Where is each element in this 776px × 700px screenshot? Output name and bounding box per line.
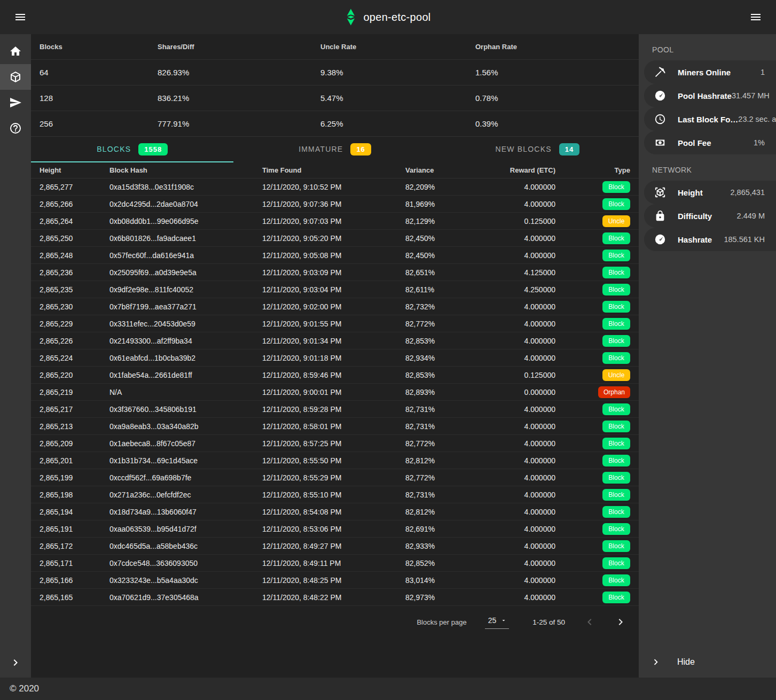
hide-drawer-button[interactable]: Hide <box>639 647 776 678</box>
type-badge: Block <box>602 352 630 364</box>
tab-immature[interactable]: IMMATURE 16 <box>233 137 436 162</box>
table-row[interactable]: 2,865,220 0x1fabe54a...2661de81ff 12/11/… <box>31 367 639 384</box>
type-badge: Block <box>602 403 630 415</box>
col-header-time: Time Found <box>262 166 405 174</box>
type-badge: Uncle <box>602 369 630 381</box>
gauge-icon <box>654 90 666 102</box>
type-badge: Block <box>602 181 630 193</box>
tab-count-badge: 14 <box>559 143 579 155</box>
stats-col-header: Shares/Diff <box>158 43 320 51</box>
table-row[interactable]: 2,865,229 0x3311efec...20453d0e59 12/11/… <box>31 315 639 332</box>
table-row[interactable]: 2,865,166 0x3233243e...b5a4aa30dc 12/11/… <box>31 572 639 589</box>
stat-value: 31.457 MH <box>732 91 770 100</box>
stat-label: Pool Fee <box>678 138 711 147</box>
table-row[interactable]: 2,865,226 0x21493300...af2ff9ba34 12/11/… <box>31 332 639 349</box>
blocks-table: Height Block Hash Time Found Variance Re… <box>31 162 639 606</box>
stats-col-header: Uncle Rate <box>320 43 475 51</box>
type-badge: Block <box>602 335 630 347</box>
nav-payments[interactable] <box>0 90 31 115</box>
table-row[interactable]: 2,865,171 0x7cdce548...3636093050 12/11/… <box>31 555 639 572</box>
table-row[interactable]: 2,865,277 0xa15d3f38...0e31f1908c 12/11/… <box>31 178 639 196</box>
type-badge: Block <box>602 592 630 603</box>
tab-label: IMMATURE <box>299 145 343 153</box>
type-badge: Block <box>602 489 630 501</box>
table-row[interactable]: 2,865,194 0x18d734a9...13b6060f47 12/11/… <box>31 503 639 520</box>
stat-pool-hashrate: Pool Hashrate 31.457 MH <box>644 84 776 107</box>
hamburger-menu-icon <box>14 11 27 24</box>
table-row[interactable]: 2,865,264 0xb08dd0b1...99e066d95e 12/11/… <box>31 213 639 230</box>
table-row[interactable]: 2,865,191 0xaa063539...b95d41d72f 12/11/… <box>31 520 639 538</box>
table-row[interactable]: 2,865,172 0xdc465d5a...a58beb436c 12/11/… <box>31 538 639 555</box>
stats-row: 128 836.21% 5.47% 0.78% <box>31 85 639 111</box>
nav-home[interactable] <box>0 38 31 64</box>
stat-value: 185.561 KH <box>724 235 765 244</box>
page-range: 1-25 of 50 <box>532 618 565 626</box>
menu-right-button[interactable] <box>745 6 766 28</box>
per-page-select[interactable]: 25 <box>485 615 510 629</box>
menu-left-button[interactable] <box>10 6 31 28</box>
type-badge: Block <box>602 506 630 518</box>
stat-label: Height <box>678 188 703 197</box>
per-page-label: Blocks per page <box>417 618 466 626</box>
tab-blocks[interactable]: BLOCKS 1558 <box>31 137 233 162</box>
page-title: open-etc-pool <box>363 11 430 24</box>
tab-new-blocks[interactable]: NEW BLOCKS 14 <box>436 137 639 162</box>
stat-value: 2.449 M <box>737 212 765 220</box>
gauge-icon <box>654 234 666 245</box>
table-row[interactable]: 2,865,266 0x2dc4295d...2dae0a8704 12/11/… <box>31 196 639 213</box>
table-row[interactable]: 2,865,165 0xa70621d9...37e305468a 12/11/… <box>31 589 639 606</box>
send-icon <box>9 96 22 109</box>
network-section-title: NETWORK <box>639 154 776 181</box>
nav-help[interactable] <box>0 115 31 141</box>
top-app-bar: open-etc-pool <box>0 0 776 34</box>
stat-last-block-found: Last Block Fo… 23.2 sec. ago <box>644 107 776 131</box>
table-row[interactable]: 2,865,230 0x7b8f7199...aea377a271 12/11/… <box>31 298 639 315</box>
stat-label: Difficulty <box>678 212 712 221</box>
col-header-hash: Block Hash <box>109 166 262 174</box>
clock-icon <box>654 113 666 125</box>
table-row[interactable]: 2,865,199 0xccdf562f...69a698b7fe 12/11/… <box>31 469 639 486</box>
table-row[interactable]: 2,865,224 0x61eabfcd...1b0cba39b2 12/11/… <box>31 349 639 367</box>
next-page-button[interactable] <box>614 616 627 628</box>
blocks-tabs: BLOCKS 1558 IMMATURE 16 NEW BLOCKS 14 <box>31 137 639 162</box>
pickaxe-icon <box>654 66 666 78</box>
cash-icon <box>654 137 666 149</box>
table-row[interactable]: 2,865,217 0x3f367660...345806b191 12/11/… <box>31 401 639 418</box>
prev-page-button[interactable] <box>583 616 596 628</box>
table-row[interactable]: 2,865,219 N/A 12/11/2020, 9:00:01 PM 82,… <box>31 384 639 401</box>
chevron-right-icon <box>9 656 22 669</box>
stat-network-difficulty: Difficulty 2.449 M <box>644 204 776 228</box>
chevron-left-icon <box>583 616 596 628</box>
rail-expand-button[interactable] <box>0 650 31 675</box>
stat-label: Miners Online <box>678 68 731 77</box>
type-badge: Block <box>602 267 630 278</box>
stat-label: Last Block Fo… <box>678 115 738 124</box>
type-badge: Block <box>602 318 630 330</box>
table-row[interactable]: 2,865,236 0x25095f69...a0d39e9e5a 12/11/… <box>31 264 639 281</box>
table-row[interactable]: 2,865,201 0x1b31b734...69c1d45ace 12/11/… <box>31 452 639 469</box>
table-row[interactable]: 2,865,209 0x1aebeca8...8f67c05e87 12/11/… <box>31 435 639 452</box>
brand: open-etc-pool <box>345 8 430 26</box>
hide-label: Hide <box>677 657 695 667</box>
table-row[interactable]: 2,865,235 0x9df2e98e...811fc40052 12/11/… <box>31 281 639 298</box>
type-badge: Block <box>602 198 630 210</box>
pagination-bar: Blocks per page 25 1-25 of 50 <box>31 606 639 638</box>
nav-blocks[interactable] <box>0 64 31 90</box>
stat-label: Hashrate <box>678 235 712 244</box>
table-row[interactable]: 2,865,250 0x6b801826...fa9adcaee1 12/11/… <box>31 230 639 247</box>
table-row[interactable]: 2,865,198 0x271a236c...0efcfdf2ec 12/11/… <box>31 486 639 503</box>
table-row[interactable]: 2,865,213 0xa9a8eab3...03a340a82b 12/11/… <box>31 418 639 435</box>
table-row[interactable]: 2,865,248 0x57fec60f...da616e941a 12/11/… <box>31 247 639 264</box>
chevron-right-icon <box>650 656 662 668</box>
stat-network-height: Height 2,865,431 <box>644 181 776 204</box>
main-content: Blocks Shares/Diff Uncle Rate Orphan Rat… <box>31 34 639 678</box>
stats-rows: 64 826.93% 9.38% 1.56% 128 836.21% 5.47%… <box>31 60 639 137</box>
stat-pool-fee: Pool Fee 1% <box>644 131 776 154</box>
stat-miners-online: Miners Online 1 <box>644 60 776 84</box>
type-badge: Block <box>602 284 630 295</box>
stat-label: Pool Hashrate <box>678 91 732 100</box>
type-badge: Block <box>602 455 630 466</box>
page-footer: © 2020 <box>0 678 776 700</box>
cube-scan-icon <box>654 186 666 198</box>
chevron-right-icon <box>614 616 627 628</box>
